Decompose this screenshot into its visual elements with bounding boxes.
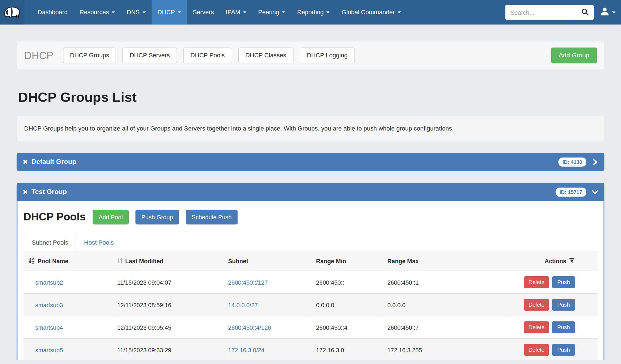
- table-row: smartsub5 11/15/2023 09:33:29 172.16.3.0…: [23, 339, 598, 360]
- caret-down-icon: [112, 11, 115, 13]
- nav-item-dns[interactable]: DNS: [121, 0, 152, 24]
- range-min-cell: 2600:450::4: [311, 316, 383, 339]
- nav-item-dhcp[interactable]: DHCP: [151, 0, 187, 24]
- page-title: DHCP Groups List: [18, 89, 603, 105]
- main-nav: Dashboard Resources DNS DHCP Servers IPA…: [32, 0, 407, 24]
- section-title: DHCP: [24, 49, 53, 62]
- group-bar-default-group[interactable]: ✖ Default Group ID: 4130: [17, 153, 605, 171]
- last-modified-cell: 11/15/2023 09:04:07: [113, 271, 223, 293]
- push-pool-button[interactable]: Push: [552, 321, 575, 333]
- subnet-link[interactable]: 2600:450::4/126: [228, 324, 271, 331]
- search-button[interactable]: [576, 5, 594, 20]
- caret-down-icon: [326, 11, 329, 13]
- svg-text:Z: Z: [32, 261, 34, 264]
- remove-group-icon[interactable]: ✖: [23, 158, 28, 166]
- range-min-cell: 172.16.3.0: [311, 339, 383, 360]
- range-max-cell: 172.16.3.255: [383, 339, 509, 360]
- range-max-cell: 0.0.0.0: [383, 294, 509, 316]
- column-header-range-max[interactable]: Range Max: [383, 251, 509, 271]
- last-modified-cell: 12/11/2023 09:05:45: [113, 316, 223, 339]
- caret-down-icon: [282, 11, 285, 13]
- table-row: smartsub2 11/15/2023 09:04:07 2600:450::…: [23, 271, 598, 293]
- push-pool-button[interactable]: Push: [552, 299, 575, 311]
- user-icon: [600, 7, 610, 18]
- nav-item-servers[interactable]: Servers: [187, 0, 220, 24]
- tab-subnet-pools[interactable]: Subnet Pools: [24, 234, 76, 252]
- dhcp-logging-button[interactable]: DHCP Logging: [300, 48, 355, 63]
- range-min-cell: 2600:450::: [311, 271, 383, 293]
- range-max-cell: 2600:450::7: [383, 316, 509, 339]
- add-pool-button[interactable]: Add Pool: [93, 210, 129, 225]
- caret-down-icon: [243, 11, 246, 13]
- remove-group-icon[interactable]: ✖: [23, 188, 28, 196]
- push-pool-button[interactable]: Push: [552, 276, 575, 288]
- dhcp-classes-button[interactable]: DHCP Classes: [238, 48, 293, 63]
- subnet-link[interactable]: 2600:450::/127: [228, 279, 268, 286]
- column-header-actions: Actions: [509, 251, 598, 271]
- dhcp-pools-header: DHCP Pools Add Pool Push Group Schedule …: [23, 210, 598, 225]
- search-icon: [581, 8, 589, 17]
- column-header-last-modified[interactable]: Last Modified: [113, 251, 223, 271]
- caret-down-icon: [142, 11, 145, 13]
- nav-item-resources[interactable]: Resources: [74, 0, 121, 24]
- svg-text:A: A: [32, 257, 34, 260]
- dhcp-pools-title: DHCP Pools: [23, 211, 85, 223]
- delete-pool-button[interactable]: Delete: [524, 344, 549, 356]
- sort-both-icon: [117, 257, 123, 265]
- delete-pool-button[interactable]: Delete: [524, 276, 549, 288]
- pool-name-link[interactable]: smartsub4: [35, 324, 63, 331]
- dhcp-pools-button[interactable]: DHCP Pools: [183, 48, 232, 63]
- app-logo[interactable]: [0, 0, 25, 24]
- delete-pool-button[interactable]: Delete: [524, 299, 549, 311]
- last-modified-cell: 12/11/2023 08:59:16: [113, 294, 223, 316]
- add-group-button[interactable]: Add Group: [551, 48, 597, 63]
- group-id-badge: ID: 4130: [558, 157, 586, 166]
- nav-item-reporting[interactable]: Reporting: [291, 0, 336, 24]
- dhcp-section-toolbar: DHCP DHCP Groups DHCP Servers DHCP Pools…: [17, 41, 605, 70]
- delete-pool-button[interactable]: Delete: [524, 321, 549, 333]
- group-id-badge: ID: 15717: [556, 187, 586, 196]
- column-header-pool-name[interactable]: A Z Pool Name: [23, 251, 113, 271]
- range-max-cell: 2600:450::1: [383, 271, 509, 293]
- nav-item-global-commander[interactable]: Global Commander: [336, 0, 407, 24]
- page-description: DHCP Groups help you to organize all of …: [17, 115, 605, 142]
- push-group-button[interactable]: Push Group: [135, 210, 179, 225]
- dhcp-groups-button[interactable]: DHCP Groups: [63, 48, 116, 63]
- subnet-link[interactable]: 14.0.0.0/27: [228, 301, 258, 308]
- column-header-range-min[interactable]: Range Min: [311, 251, 383, 271]
- nav-item-dashboard[interactable]: Dashboard: [32, 0, 74, 24]
- dhcp-servers-button[interactable]: DHCP Servers: [123, 48, 177, 63]
- push-pool-button[interactable]: Push: [552, 344, 575, 356]
- range-min-cell: 0.0.0.0: [311, 294, 383, 316]
- table-row: smartsub3 12/11/2023 08:59:16 14.0.0.0/2…: [23, 294, 598, 316]
- tab-host-pools[interactable]: Host Pools: [76, 234, 121, 252]
- pool-name-link[interactable]: smartsub3: [35, 301, 63, 308]
- chevron-down-icon[interactable]: [592, 189, 598, 195]
- group-name: Test Group: [31, 188, 67, 196]
- subnet-pools-table: A Z Pool Name: [23, 251, 598, 360]
- last-modified-cell: 11/15/2023 09:33:29: [113, 339, 223, 360]
- schedule-push-button[interactable]: Schedule Push: [186, 210, 238, 225]
- pool-name-link[interactable]: smartsub5: [35, 346, 63, 353]
- top-navbar: Dashboard Resources DNS DHCP Servers IPA…: [0, 0, 621, 24]
- pool-name-link[interactable]: smartsub2: [35, 279, 63, 286]
- caret-down-icon: [398, 11, 401, 13]
- chevron-right-icon[interactable]: [592, 159, 598, 165]
- group-bar-test-group[interactable]: ✖ Test Group ID: 15717: [17, 183, 605, 201]
- global-search: [505, 5, 594, 20]
- caret-down-icon: [178, 11, 181, 13]
- search-input[interactable]: [505, 5, 576, 20]
- subnet-link[interactable]: 172.16.3.0/24: [228, 346, 265, 353]
- user-menu[interactable]: [600, 7, 615, 18]
- nav-item-peering[interactable]: Peering: [252, 0, 291, 24]
- nav-item-ipam[interactable]: IPAM: [220, 0, 252, 24]
- elephant-logo-icon: [2, 2, 23, 23]
- group-name: Default Group: [31, 158, 76, 166]
- pool-tabs: Subnet Pools Host Pools: [23, 234, 598, 252]
- navbar-right: [505, 0, 621, 24]
- caret-down-icon: [612, 11, 615, 13]
- filter-icon[interactable]: [569, 257, 575, 265]
- column-header-subnet[interactable]: Subnet: [223, 251, 311, 271]
- table-row: smartsub4 12/11/2023 09:05:45 2600:450::…: [23, 316, 598, 339]
- test-group-panel-body: DHCP Pools Add Pool Push Group Schedule …: [17, 201, 605, 360]
